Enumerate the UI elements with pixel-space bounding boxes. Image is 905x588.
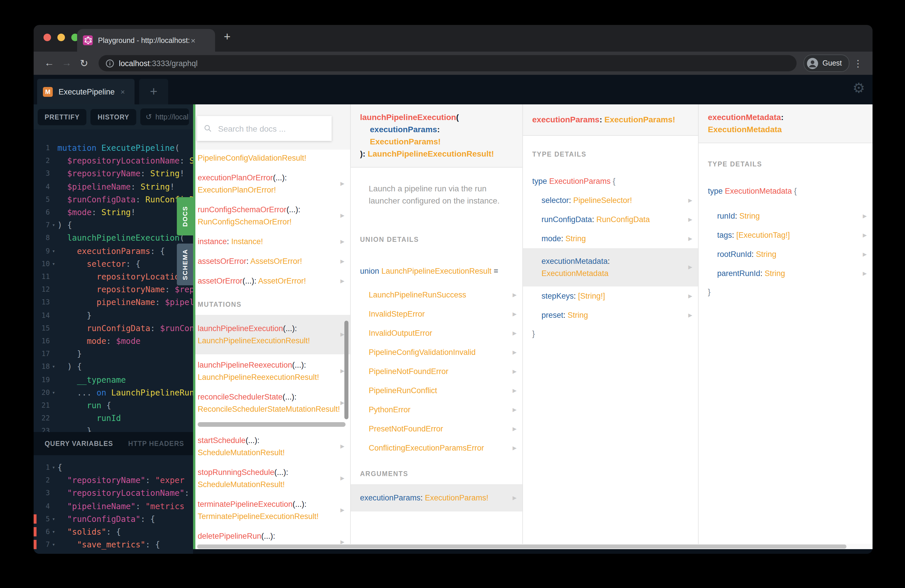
union-member-ConflictingExecutionParamsError[interactable]: ConflictingExecutionParamsError▶ bbox=[351, 439, 522, 458]
doc-item-executionPlanOrError[interactable]: executionPlanOrError(...):ExecutionPlanO… bbox=[195, 172, 350, 196]
docs-inline-scrollbar[interactable] bbox=[198, 422, 346, 427]
error-mark bbox=[33, 514, 37, 524]
docs-panel: DOCS SCHEMA bbox=[193, 104, 873, 549]
doc-item-assetOrError[interactable]: assetOrError(...): AssetOrError!▶ bbox=[195, 275, 350, 287]
prettify-button[interactable]: PRETTIFY bbox=[38, 109, 87, 125]
url-path: :3333/graphql bbox=[150, 59, 198, 68]
endpoint-input[interactable]: ↺ http://localhost:3333/graphql bbox=[140, 108, 189, 125]
docs-field-list: PipelineConfigValidationResult!execution… bbox=[195, 152, 350, 549]
union-member-PipelineRunConflict[interactable]: PipelineRunConflict▶ bbox=[351, 381, 522, 400]
query-editor[interactable]: 1mutation ExecutePipeline(2 $repositoryL… bbox=[33, 129, 193, 437]
chevron-right-icon: ▶ bbox=[340, 255, 345, 267]
docs-section-heading: MUTATIONS bbox=[195, 301, 350, 308]
browser-toolbar: ← → ↻ localhost :3333/graphql Guest bbox=[33, 52, 873, 75]
minimize-window-button[interactable] bbox=[57, 33, 65, 41]
session-tab-executepipeline[interactable]: M ExecutePipeline × bbox=[37, 79, 135, 104]
union-member-InvalidOutputError[interactable]: InvalidOutputError▶ bbox=[351, 324, 522, 343]
type-field-rootRunId[interactable]: rootRunId: String▶ bbox=[699, 245, 873, 264]
type-field-executionMetadata[interactable]: executionMetadata:ExecutionMetadata▶ bbox=[523, 248, 698, 286]
reload-icon[interactable]: ↻ bbox=[76, 57, 92, 69]
executionparams-header: executionParams: ExecutionParams! bbox=[523, 104, 698, 136]
new-session-button[interactable]: + bbox=[139, 79, 168, 104]
chevron-right-icon: ▶ bbox=[863, 210, 867, 222]
union-member-PresetNotFoundError[interactable]: PresetNotFoundError▶ bbox=[351, 419, 522, 439]
type-details-heading: TYPE DETAILS bbox=[708, 161, 863, 168]
tab-query-variables[interactable]: QUERY VARIABLES bbox=[44, 440, 113, 447]
session-tab-label: ExecutePipeline bbox=[59, 87, 115, 96]
union-member-PipelineConfigValidationInvalid[interactable]: PipelineConfigValidationInvalid▶ bbox=[351, 343, 522, 362]
chevron-right-icon: ▶ bbox=[340, 365, 345, 377]
code-line: 14 } bbox=[33, 309, 193, 321]
traffic-lights bbox=[43, 33, 79, 41]
endpoint-url: http://localhost:3333/graphql bbox=[156, 113, 189, 121]
union-member-LaunchPipelineRunSuccess[interactable]: LaunchPipelineRunSuccess▶ bbox=[351, 285, 522, 304]
scrollbar-thumb[interactable] bbox=[197, 545, 846, 548]
type-declaration: type ExecutionParams { bbox=[532, 175, 689, 187]
code-line: 11 repositoryLocationName: $repositoryLo… bbox=[33, 270, 193, 283]
doc-item-startSchedule[interactable]: startSchedule(...):ScheduleMutationResul… bbox=[195, 434, 350, 459]
type-field-selector[interactable]: selector: PipelineSelector!▶ bbox=[523, 191, 698, 210]
code-line: 9▾ executionParams: { bbox=[33, 245, 193, 257]
code-line: 10▾ selector: { bbox=[33, 257, 193, 270]
code-line: 5▾ "runConfigData": { bbox=[33, 513, 193, 525]
variables-editor[interactable]: 1▾{2 "repositoryName": "exper3 "reposito… bbox=[33, 455, 193, 551]
type-field-mode[interactable]: mode: String▶ bbox=[523, 229, 698, 248]
history-button[interactable]: HISTORY bbox=[91, 109, 136, 125]
docs-search-input[interactable] bbox=[217, 123, 325, 133]
type-field-preset[interactable]: preset: String▶ bbox=[523, 305, 698, 325]
info-icon bbox=[105, 59, 114, 68]
close-window-button[interactable] bbox=[43, 33, 51, 41]
doc-item-launchPipelineExecution[interactable]: launchPipelineExecution(...):LaunchPipel… bbox=[195, 315, 350, 354]
chevron-right-icon: ▶ bbox=[513, 346, 516, 358]
tab-schema[interactable]: SCHEMA bbox=[177, 243, 193, 285]
profile-button[interactable]: Guest bbox=[803, 54, 849, 72]
doc-item-partial[interactable]: PipelineConfigValidationResult! bbox=[195, 152, 350, 164]
error-mark bbox=[33, 540, 37, 549]
union-member-InvalidStepError[interactable]: InvalidStepError▶ bbox=[351, 304, 522, 324]
chevron-right-icon: ▶ bbox=[863, 248, 867, 261]
docs-root-column: PipelineConfigValidationResult!execution… bbox=[195, 104, 351, 549]
docs-resize-handle[interactable] bbox=[193, 104, 195, 549]
type-field-stepKeys[interactable]: stepKeys: [String!]▶ bbox=[523, 286, 698, 305]
url-host: localhost bbox=[119, 59, 150, 68]
doc-item-terminatePipelineExecution[interactable]: terminatePipelineExecution(...):Terminat… bbox=[195, 498, 350, 523]
docs-field-column: launchPipelineExecution( executionParams… bbox=[351, 104, 523, 549]
type-field-runConfigData[interactable]: runConfigData: RunConfigData▶ bbox=[523, 210, 698, 229]
type-field-parentRunId[interactable]: parentRunId: String▶ bbox=[699, 264, 873, 283]
doc-item-reconcileSchedulerState[interactable]: reconcileSchedulerState(...):ReconcileSc… bbox=[195, 391, 350, 415]
doc-item-stopRunningSchedule[interactable]: stopRunningSchedule(...):ScheduleMutatio… bbox=[195, 466, 350, 491]
chevron-right-icon: ▶ bbox=[863, 267, 867, 280]
docs-horizontal-scrollbar[interactable] bbox=[195, 544, 873, 549]
new-tab-button[interactable]: + bbox=[224, 30, 230, 43]
settings-gear-icon[interactable]: ⚙ bbox=[853, 80, 865, 96]
tab-docs[interactable]: DOCS bbox=[177, 197, 193, 235]
docs-vertical-scrollbar[interactable] bbox=[345, 321, 348, 419]
doc-item-launchPipelineReexecution[interactable]: launchPipelineReexecution(...):LaunchPip… bbox=[195, 359, 350, 383]
docs-search-box[interactable] bbox=[197, 116, 332, 141]
argument-row-executionparams[interactable]: executionParams: ExecutionParams! ▶ bbox=[351, 484, 522, 512]
code-line: 6▾ "solids": { bbox=[33, 525, 193, 538]
profile-label: Guest bbox=[822, 59, 842, 67]
chevron-right-icon: ▶ bbox=[688, 261, 692, 273]
code-line: 7▾) { bbox=[33, 219, 193, 231]
session-tabbar: M ExecutePipeline × + ⚙ bbox=[33, 75, 873, 104]
chevron-right-icon: ▶ bbox=[513, 492, 516, 504]
doc-item-instance[interactable]: instance: Instance!▶ bbox=[195, 235, 350, 248]
forward-icon[interactable]: → bbox=[59, 57, 74, 69]
tab-close-icon[interactable]: × bbox=[191, 36, 195, 45]
address-bar[interactable]: localhost :3333/graphql bbox=[98, 55, 796, 72]
union-member-PythonError[interactable]: PythonError▶ bbox=[351, 400, 522, 419]
chevron-right-icon: ▶ bbox=[340, 472, 345, 485]
session-close-icon[interactable]: × bbox=[121, 87, 125, 96]
browser-menu-icon[interactable]: ⋮ bbox=[852, 58, 864, 69]
back-icon[interactable]: ← bbox=[42, 57, 57, 69]
doc-item-runConfigSchemaOrError[interactable]: runConfigSchemaOrError(...):RunConfigSch… bbox=[195, 203, 350, 228]
tab-http-headers[interactable]: HTTP HEADERS bbox=[128, 440, 184, 447]
browser-tab[interactable]: Playground - http://localhost:3 × bbox=[77, 29, 215, 52]
union-member-PipelineNotFoundError[interactable]: PipelineNotFoundError▶ bbox=[351, 362, 522, 381]
type-field-runId[interactable]: runId: String▶ bbox=[699, 207, 873, 226]
arguments-heading: ARGUMENTS bbox=[360, 470, 513, 477]
doc-item-assetsOrError[interactable]: assetsOrError: AssetsOrError!▶ bbox=[195, 255, 350, 267]
type-field-tags[interactable]: tags: [ExecutionTag!]▶ bbox=[699, 226, 873, 245]
browser-window: Playground - http://localhost:3 × + ← → … bbox=[33, 25, 873, 554]
